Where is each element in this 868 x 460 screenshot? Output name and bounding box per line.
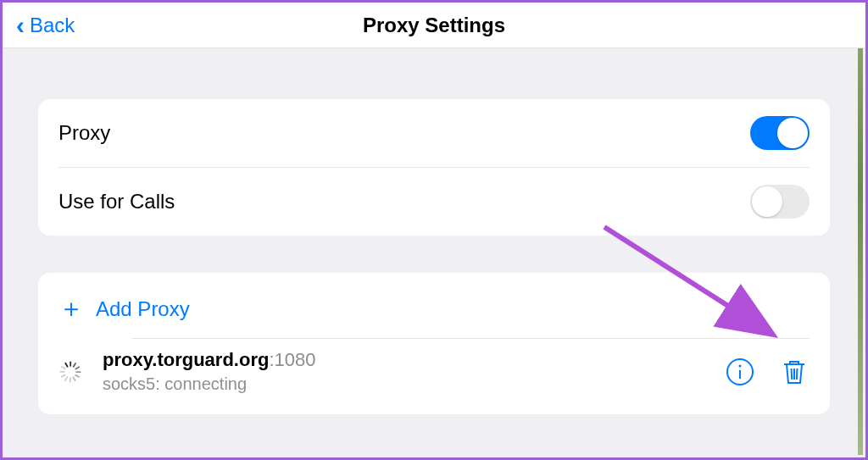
row-proxy-toggle[interactable]: Proxy: [38, 99, 830, 167]
toggle-knob: [752, 186, 782, 217]
toggle-use-for-calls[interactable]: [750, 185, 810, 219]
page-title: Proxy Settings: [3, 14, 865, 37]
svg-rect-9: [59, 371, 64, 373]
svg-rect-8: [61, 374, 66, 378]
proxy-port: :1080: [269, 349, 315, 370]
svg-rect-6: [70, 377, 71, 382]
header-bar: ‹ Back Proxy Settings: [3, 3, 865, 48]
content-area: Proxy Use for Calls ＋ Add Proxy: [3, 48, 865, 457]
toggle-proxy[interactable]: [750, 116, 810, 150]
delete-button[interactable]: [779, 357, 810, 387]
svg-point-13: [739, 364, 742, 367]
spinner-icon: [58, 360, 82, 384]
svg-rect-2: [75, 366, 80, 370]
settings-card-proxies: ＋ Add Proxy: [38, 273, 830, 414]
row-use-for-calls[interactable]: Use for Calls: [38, 168, 830, 236]
svg-rect-11: [64, 362, 69, 367]
svg-rect-3: [75, 371, 81, 373]
svg-rect-7: [64, 376, 69, 381]
info-button[interactable]: [725, 357, 755, 387]
back-label: Back: [30, 14, 75, 37]
plus-icon: ＋: [58, 291, 79, 326]
svg-rect-1: [73, 362, 77, 367]
proxy-actions: [725, 357, 810, 387]
add-proxy-label: Add Proxy: [96, 297, 190, 321]
toggle-knob: [777, 118, 808, 148]
proxy-hostname: proxy.torguard.org: [103, 349, 269, 370]
svg-rect-0: [70, 361, 71, 366]
svg-rect-5: [72, 376, 76, 381]
add-proxy-button[interactable]: ＋ Add Proxy: [38, 273, 830, 338]
proxy-host: proxy.torguard.org:1080: [103, 349, 725, 371]
proxy-info: proxy.torguard.org:1080 socks5: connecti…: [103, 349, 725, 394]
chevron-left-icon: ‹: [16, 13, 25, 38]
proxy-entry[interactable]: proxy.torguard.org:1080 socks5: connecti…: [38, 339, 830, 414]
settings-card-proxy: Proxy Use for Calls: [38, 99, 830, 236]
proxy-status: socks5: connecting: [103, 374, 725, 394]
svg-line-17: [797, 369, 798, 380]
svg-rect-10: [61, 365, 66, 369]
svg-line-15: [792, 369, 793, 380]
row-label: Proxy: [58, 121, 110, 145]
back-button[interactable]: ‹ Back: [3, 13, 83, 38]
svg-rect-4: [75, 374, 80, 378]
row-label: Use for Calls: [58, 190, 175, 213]
decorative-edge: [858, 48, 863, 455]
